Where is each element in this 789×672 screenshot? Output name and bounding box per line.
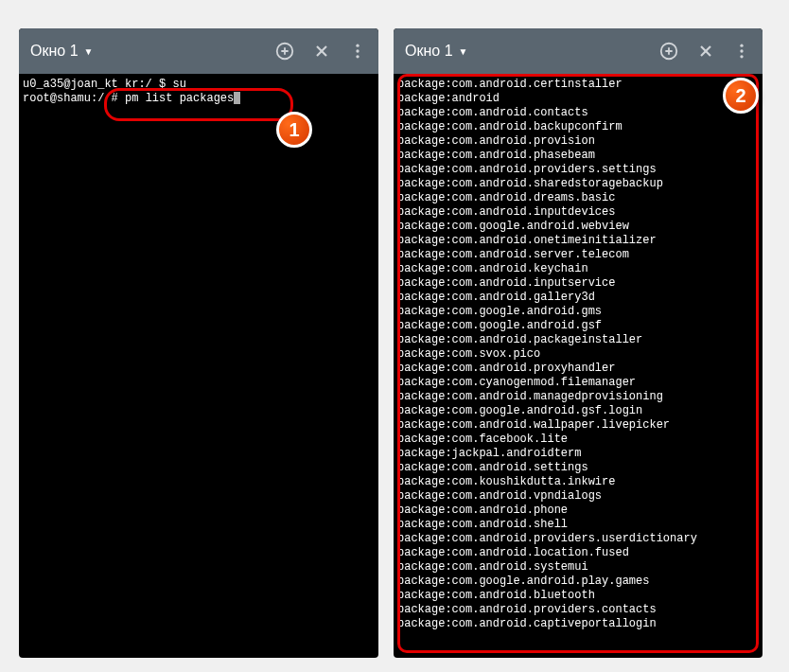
cmd-text: $ su [152,78,186,91]
package-line: package:com.android.packageinstaller [397,333,759,347]
package-line: package:com.android.settings [397,461,759,475]
package-line: package:com.koushikdutta.inkwire [397,475,759,489]
package-line: package:jackpal.androidterm [397,447,759,461]
close-icon[interactable] [696,42,715,61]
package-line: package:com.android.keychain [397,262,759,276]
svg-point-15 [740,55,743,58]
package-line: package:com.android.providers.userdictio… [397,532,759,546]
menu-dots-icon[interactable] [732,42,751,61]
package-line: package:com.android.systemui [397,560,759,575]
package-line: package:com.svox.pico [397,347,759,362]
package-line: package:com.android.providers.settings [397,163,759,177]
menu-dots-icon[interactable] [348,42,367,61]
terminal-output-left[interactable]: u0_a35@joan_kt_kr:/ $ su root@shamu:/ # … [19,74,378,110]
terminal-output-right[interactable]: package:com.android.certinstallerpackage… [394,74,763,635]
svg-point-6 [356,49,359,52]
package-line: package:com.android.captiveportallogin [397,617,759,631]
svg-point-13 [740,44,743,47]
package-line: package:com.google.android.gsf [397,319,759,333]
cursor-icon [234,92,240,104]
package-line: package:com.android.server.telecom [397,248,759,262]
prompt-root: root@shamu:/ [23,92,104,105]
package-line: package:android [397,92,759,106]
chevron-down-icon: ▼ [84,46,94,57]
package-line: package:com.android.provision [397,134,759,149]
package-line: package:com.android.inputservice [397,276,759,291]
titlebar-right: Окно 1 ▼ [394,28,763,74]
window-label: Окно 1 [30,43,79,60]
cmd-text: # pm list packages [104,92,234,105]
package-line: package:com.android.managedprovisioning [397,390,759,404]
package-line: package:com.android.backupconfirm [397,120,759,134]
svg-point-14 [740,49,743,52]
annotation-badge-2: 2 [723,78,759,114]
close-icon[interactable] [312,42,331,61]
window-tab[interactable]: Окно 1 ▼ [30,43,93,60]
terminal-panel-left: Окно 1 ▼ u0_a35@joan_kt_kr:/ $ su ro [19,28,378,658]
package-line: package:com.android.phasebeam [397,149,759,163]
prompt-user: u0_a35@joan_kt_kr:/ [23,78,152,91]
package-line: package:com.google.android.gsf.login [397,404,759,418]
add-tab-button[interactable] [274,41,295,62]
package-line: package:com.android.contacts [397,106,759,120]
window-label: Окно 1 [405,43,453,60]
package-line: package:com.android.dreams.basic [397,191,759,205]
add-tab-button[interactable] [658,41,679,62]
package-line: package:com.android.onetimeinitializer [397,234,759,248]
package-line: package:com.android.wallpaper.livepicker [397,418,759,433]
window-tab[interactable]: Окно 1 ▼ [405,43,467,60]
svg-point-7 [356,55,359,58]
package-line: package:com.android.location.fused [397,546,759,560]
titlebar-left: Окно 1 ▼ [19,28,378,74]
package-line: package:com.android.certinstaller [397,78,759,92]
package-line: package:com.android.sharedstoragebackup [397,177,759,191]
chevron-down-icon: ▼ [459,46,468,57]
package-line: package:com.android.vpndialogs [397,489,759,504]
terminal-panel-right: Окно 1 ▼ package:com.android.certinstall [394,28,763,658]
package-line: package:com.android.shell [397,518,759,532]
package-line: package:com.google.android.gms [397,305,759,319]
package-line: package:com.android.inputdevices [397,205,759,220]
package-line: package:com.android.proxyhandler [397,362,759,376]
package-line: package:com.android.phone [397,504,759,518]
package-line: package:com.android.providers.contacts [397,603,759,617]
package-line: package:com.android.gallery3d [397,291,759,305]
annotation-badge-1: 1 [276,112,312,148]
package-line: package:com.google.android.webview [397,220,759,234]
package-line: package:com.cyanogenmod.filemanager [397,376,759,390]
package-line: package:com.facebook.lite [397,433,759,447]
package-line: package:com.android.bluetooth [397,589,759,603]
package-line: package:com.google.android.play.games [397,575,759,589]
svg-point-5 [356,44,359,47]
